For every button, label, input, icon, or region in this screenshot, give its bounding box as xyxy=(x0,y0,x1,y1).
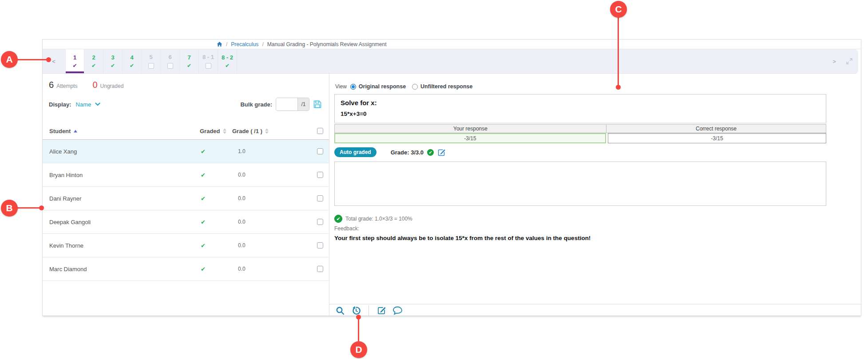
checkbox-icon xyxy=(148,63,154,69)
student-list-panel: 6 Attempts 0 Ungraded Display: Name Bulk… xyxy=(43,74,329,316)
expand-icon[interactable] xyxy=(843,49,856,73)
view-options: View Original response Unfiltered respon… xyxy=(335,83,476,90)
student-name: Bryan Hinton xyxy=(49,172,83,178)
question-line-1: Solve for x: xyxy=(341,99,820,107)
student-grade: 0.0 xyxy=(238,172,246,178)
student-name: Kevin Thorne xyxy=(49,242,83,249)
next-question-button[interactable]: > xyxy=(830,49,839,73)
response-toolbar xyxy=(329,304,861,316)
student-grade: 0.0 xyxy=(238,266,246,272)
your-response-header: Your response xyxy=(335,125,606,133)
annotation-line-b xyxy=(17,207,40,209)
correct-response-header: Correct response xyxy=(606,125,826,133)
question-tab-label: 7 xyxy=(187,54,190,61)
annotation-marker-c: C xyxy=(610,1,627,18)
student-name: Marc Diamond xyxy=(49,266,87,272)
row-checkbox[interactable] xyxy=(317,148,323,154)
student-grade: 0.0 xyxy=(238,242,246,249)
question-tab-3[interactable]: 3 xyxy=(103,49,123,73)
home-icon[interactable] xyxy=(217,41,222,47)
sort-icon xyxy=(265,128,269,134)
bulk-grade-group: /1 xyxy=(276,98,309,111)
radio-original-response[interactable] xyxy=(350,84,356,90)
question-tab-2[interactable]: 2 xyxy=(84,49,103,73)
student-row[interactable]: Kevin Thorne 0.0 xyxy=(43,234,329,257)
comment-icon[interactable] xyxy=(392,305,403,316)
student-name: Deepak Gangoli xyxy=(49,219,91,225)
comment-box[interactable] xyxy=(334,162,826,206)
student-row[interactable]: Deepak Gangoli 0.0 xyxy=(43,210,329,234)
row-checkbox[interactable] xyxy=(317,219,323,225)
student-row[interactable]: Bryan Hinton 0.0 xyxy=(43,163,329,187)
student-row[interactable]: Alice Xang 1.0 xyxy=(43,140,329,163)
auto-graded-badge: Auto graded xyxy=(334,147,377,157)
feedback-text: Your first step should always be to isol… xyxy=(334,235,591,241)
check-icon xyxy=(72,63,77,68)
correct-response-value: -3/15 xyxy=(608,133,826,143)
question-tab-8-1[interactable]: 8 - 1 xyxy=(199,49,218,73)
question-tab-label: 2 xyxy=(92,54,95,61)
column-graded[interactable]: Graded xyxy=(200,128,226,134)
edit-response-icon[interactable] xyxy=(376,305,387,316)
unfiltered-response-label: Unfiltered response xyxy=(420,83,472,90)
check-icon xyxy=(225,63,230,68)
column-student[interactable]: Student xyxy=(49,128,77,134)
your-response-value: -3/15 xyxy=(334,133,606,143)
row-checkbox[interactable] xyxy=(317,266,323,272)
annotation-dot-b xyxy=(39,205,44,210)
select-all-checkbox[interactable] xyxy=(317,128,323,134)
annotation-marker-a: A xyxy=(1,51,18,68)
question-tab-7[interactable]: 7 xyxy=(180,49,199,73)
total-grade-check-icon xyxy=(334,215,342,223)
column-grade[interactable]: Grade ( /1 ) xyxy=(232,128,269,134)
bulk-grade-label: Bulk grade: xyxy=(240,101,272,108)
question-tab-label: 1 xyxy=(73,54,76,61)
graded-check-icon xyxy=(201,172,206,178)
student-grade: 1.0 xyxy=(238,148,246,154)
screenshot-root: / Precalculus / Manual Grading - Polynom… xyxy=(0,0,868,359)
annotation-line-d xyxy=(358,318,359,341)
breadcrumb-course[interactable]: Precalculus xyxy=(231,41,258,47)
question-tab-5[interactable]: 5 xyxy=(142,49,161,73)
row-checkbox[interactable] xyxy=(317,195,323,201)
view-label: View xyxy=(335,83,347,90)
question-tab-6[interactable]: 6 xyxy=(161,49,180,73)
question-tab-label: 8 - 2 xyxy=(222,54,233,61)
question-text-box: Solve for x: 15*x+3=0 xyxy=(334,94,826,123)
question-line-2: 15*x+3=0 xyxy=(341,110,820,117)
bulk-grade-suffix: /1 xyxy=(297,98,309,110)
display-dropdown[interactable]: Name xyxy=(76,101,101,108)
radio-unfiltered-response[interactable] xyxy=(412,84,418,90)
question-tab-label: 8 - 1 xyxy=(202,54,214,60)
student-grade: 0.0 xyxy=(238,195,246,201)
student-row[interactable]: Dani Rayner 0.0 xyxy=(43,187,329,210)
grade-row: Auto graded Grade: 3/3.0 xyxy=(334,147,446,157)
annotation-line-c xyxy=(618,17,619,86)
question-tab-1[interactable]: 1 xyxy=(65,49,84,73)
graded-check-icon xyxy=(201,148,206,155)
annotation-dot-c xyxy=(616,85,621,90)
save-icon[interactable] xyxy=(313,100,322,109)
annotation-line-a xyxy=(17,59,47,60)
attempts-summary: 6 Attempts 0 Ungraded xyxy=(49,80,123,90)
ungraded-label: Ungraded xyxy=(100,83,124,89)
graded-check-icon xyxy=(201,219,206,225)
student-grade: 0.0 xyxy=(238,219,246,225)
edit-grade-icon[interactable] xyxy=(437,148,446,157)
question-tab-8-2[interactable]: 8 - 2 xyxy=(218,49,237,73)
row-checkbox[interactable] xyxy=(317,242,323,249)
question-tabs: 1 2 3 4 5 xyxy=(65,49,237,73)
student-row[interactable]: Marc Diamond 0.0 xyxy=(43,257,329,281)
checkbox-icon xyxy=(206,63,211,69)
check-icon xyxy=(187,63,191,68)
question-tab-4[interactable]: 4 xyxy=(123,49,142,73)
breadcrumb-separator: / xyxy=(226,41,227,47)
list-controls: Display: Name Bulk grade: /1 xyxy=(49,98,322,111)
preview-icon[interactable] xyxy=(335,305,345,316)
graded-check-icon xyxy=(201,195,206,202)
bulk-grade-input[interactable] xyxy=(276,98,297,110)
history-icon[interactable] xyxy=(351,305,361,316)
grading-window: / Precalculus / Manual Grading - Polynom… xyxy=(42,39,861,316)
row-checkbox[interactable] xyxy=(317,172,323,178)
feedback-label: Feedback: xyxy=(334,225,359,232)
